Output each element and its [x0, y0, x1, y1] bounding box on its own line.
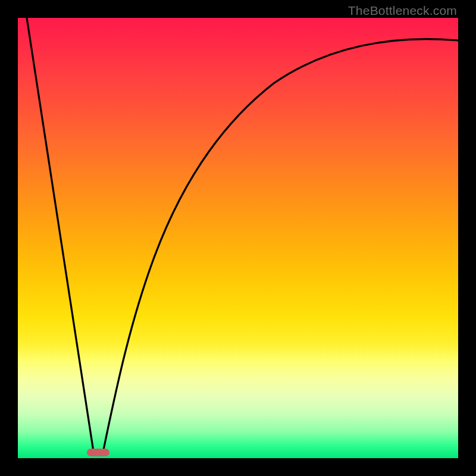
- curve-right-branch: [102, 39, 458, 455]
- plot-area: [18, 18, 458, 458]
- chart-container: TheBottleneck.com: [0, 0, 476, 476]
- bottleneck-curve: [18, 18, 458, 458]
- watermark-text: TheBottleneck.com: [348, 4, 457, 18]
- curve-left-branch: [27, 18, 94, 455]
- optimal-point-marker: [87, 449, 109, 456]
